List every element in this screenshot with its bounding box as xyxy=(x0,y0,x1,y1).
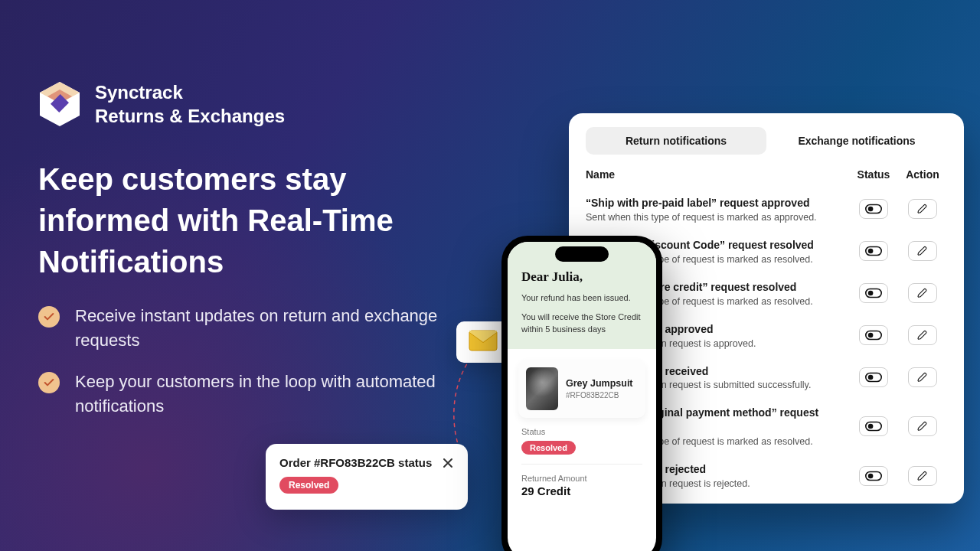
row-name: “Ship with pre-paid label” request appro… xyxy=(586,196,849,210)
bullet-item: Receive instant updates on return and ex… xyxy=(38,304,475,353)
email-body: Status Resolved Returned Amount 29 Credi… xyxy=(508,418,656,497)
bullet-text: Receive instant updates on return and ex… xyxy=(75,304,475,353)
synctrack-logo-icon xyxy=(38,80,81,128)
bullet-text: Keep your customers in the loop with aut… xyxy=(75,370,475,419)
svg-point-19 xyxy=(868,473,874,478)
svg-point-7 xyxy=(868,207,874,212)
row-desc: Sent when this type of request is marked… xyxy=(586,212,849,223)
col-name: Name xyxy=(586,168,849,181)
check-icon xyxy=(38,306,60,328)
envelope-icon xyxy=(469,330,498,354)
tab-exchange-notifications[interactable]: Exchange notifications xyxy=(766,127,947,155)
edit-button[interactable] xyxy=(908,325,937,345)
notification-row: “Ship with pre-paid label” request appro… xyxy=(586,188,947,230)
greeting: Dear Julia, xyxy=(521,269,642,285)
phone-mockup: Dear Julia, Your refund has been issued.… xyxy=(501,236,662,551)
svg-point-9 xyxy=(868,249,874,254)
panel-header: Name Status Action xyxy=(586,155,947,188)
status-toggle[interactable] xyxy=(859,199,888,219)
product-card: Grey Jumpsuit #RFO83B22CB xyxy=(518,360,645,418)
order-status-toast: Order #RFO83B22CB status Resolved xyxy=(266,444,468,510)
product-thumbnail xyxy=(526,367,558,410)
svg-point-17 xyxy=(868,424,874,429)
email-line: You will receive the Store Credit within… xyxy=(521,311,642,335)
close-icon[interactable] xyxy=(442,457,454,469)
edit-button[interactable] xyxy=(908,199,937,219)
status-toggle[interactable] xyxy=(859,325,888,345)
edit-button[interactable] xyxy=(908,416,937,436)
brand: Synctrack Returns & Exchanges xyxy=(38,80,475,128)
status-badge: Resolved xyxy=(279,477,338,494)
col-action: Action xyxy=(898,168,947,181)
status-toggle[interactable] xyxy=(859,416,888,436)
tabs: Return notifications Exchange notificati… xyxy=(586,127,947,155)
check-icon xyxy=(38,372,60,393)
status-toggle[interactable] xyxy=(859,367,888,387)
status-label: Status xyxy=(521,427,642,436)
amount-value: 29 Credit xyxy=(521,484,642,497)
status-toggle[interactable] xyxy=(859,283,888,303)
edit-button[interactable] xyxy=(908,367,937,387)
svg-point-15 xyxy=(868,375,874,380)
brand-text: Synctrack Returns & Exchanges xyxy=(95,80,285,128)
svg-point-13 xyxy=(868,333,874,338)
toast-title: Order #RFO83B22CB status xyxy=(279,456,432,469)
product-code: #RFO83B22CB xyxy=(566,391,633,399)
divider xyxy=(521,464,642,465)
bullet-item: Keep your customers in the loop with aut… xyxy=(38,370,475,419)
phone-notch xyxy=(555,246,609,262)
phone-screen: Dear Julia, Your refund has been issued.… xyxy=(508,242,656,551)
status-toggle[interactable] xyxy=(859,466,888,486)
amount-label: Returned Amount xyxy=(521,474,642,483)
tab-return-notifications[interactable]: Return notifications xyxy=(586,127,766,155)
marketing-left: Synctrack Returns & Exchanges Keep custo… xyxy=(38,80,475,419)
status-toggle[interactable] xyxy=(859,241,888,261)
col-status: Status xyxy=(849,168,898,181)
brand-line2: Returns & Exchanges xyxy=(95,104,285,128)
status-badge: Resolved xyxy=(521,441,576,455)
headline: Keep customers stay informed with Real-T… xyxy=(38,158,475,282)
bullet-list: Receive instant updates on return and ex… xyxy=(38,304,475,419)
edit-button[interactable] xyxy=(908,466,937,486)
edit-button[interactable] xyxy=(908,241,937,261)
edit-button[interactable] xyxy=(908,283,937,303)
email-line: Your refund has been issued. xyxy=(521,292,642,304)
brand-line1: Synctrack xyxy=(95,80,285,104)
product-name: Grey Jumpsuit xyxy=(566,378,633,389)
svg-point-11 xyxy=(868,291,874,296)
